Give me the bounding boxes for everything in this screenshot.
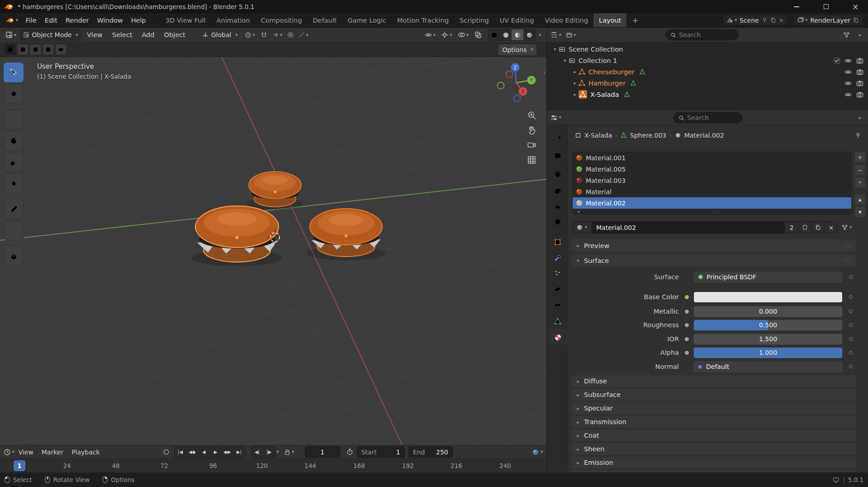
navigation-gizmo[interactable]: Z Y X bbox=[491, 58, 541, 108]
shading-rendered-button[interactable] bbox=[523, 29, 535, 40]
jump-to-end-icon[interactable]: ▶| bbox=[233, 447, 245, 458]
base-color-swatch[interactable] bbox=[693, 291, 843, 303]
blender-menu-icon[interactable]: ▾ bbox=[3, 18, 22, 23]
workspace-tab-default[interactable]: Default bbox=[307, 13, 342, 27]
ior-slider[interactable]: 1.500 bbox=[693, 334, 843, 345]
viewport-menu-select[interactable]: Select bbox=[108, 28, 137, 42]
tool-move[interactable] bbox=[4, 110, 24, 129]
outliner-row-cheeseburger[interactable]: ▸ Cheeseburger bbox=[547, 66, 868, 77]
xray-toggle-icon[interactable] bbox=[472, 31, 484, 38]
hamburger-object-back[interactable] bbox=[247, 172, 303, 210]
outliner-row-collection-1[interactable]: ▾ Collection 1 bbox=[547, 55, 868, 66]
previous-keyframe-icon[interactable]: ◀◆ bbox=[186, 447, 198, 458]
tab-tool-icon[interactable] bbox=[553, 135, 562, 144]
current-frame-field[interactable]: 1 bbox=[305, 446, 340, 458]
decorator-dot[interactable] bbox=[849, 295, 853, 299]
workspace-tab-animation[interactable]: Animation bbox=[211, 13, 256, 27]
value-socket-icon[interactable] bbox=[684, 309, 689, 314]
viewport-menu-add[interactable]: Add bbox=[138, 28, 158, 42]
metallic-slider[interactable]: 0.000 bbox=[693, 306, 843, 317]
select-mode-set-icon[interactable] bbox=[5, 44, 16, 55]
timeline-editor-icon[interactable]: ▾ bbox=[4, 449, 14, 456]
normal-input[interactable]: Default bbox=[693, 361, 843, 372]
tab-scene-icon[interactable] bbox=[553, 202, 562, 211]
timeline-menu-playback[interactable]: Playback bbox=[67, 445, 104, 458]
preview-range-icon[interactable] bbox=[346, 449, 353, 455]
fake-user-button[interactable] bbox=[798, 221, 811, 234]
alpha-slider[interactable]: 1.000 bbox=[693, 347, 843, 358]
hide-eye-icon[interactable] bbox=[844, 68, 852, 76]
gizmo-z-negative[interactable] bbox=[514, 95, 521, 102]
tool-select-box[interactable] bbox=[4, 62, 24, 82]
snap-magnet-icon[interactable] bbox=[258, 32, 270, 38]
editor-type-icon[interactable]: ▾ bbox=[4, 31, 18, 38]
disclosure-down-icon[interactable]: ▾ bbox=[561, 58, 569, 63]
properties-search-input[interactable] bbox=[687, 114, 737, 121]
render-layer-browse-icon[interactable]: ▾ bbox=[797, 17, 808, 24]
viewport-canvas[interactable]: User Perspective (1) Scene Collection | … bbox=[0, 57, 546, 445]
workspace-tab-game-logic[interactable]: Game Logic bbox=[342, 13, 392, 27]
render-layer-selector[interactable]: ▾ RenderLayer bbox=[794, 14, 863, 26]
zoom-icon[interactable] bbox=[527, 110, 536, 120]
tab-view-layer-icon[interactable] bbox=[553, 186, 562, 196]
disclosure-right-icon[interactable]: ▸ bbox=[571, 92, 579, 97]
new-scene-icon[interactable] bbox=[770, 17, 776, 23]
timeline-menu-marker[interactable]: Marker bbox=[38, 445, 67, 458]
breadcrumb-material[interactable]: Material.002 bbox=[684, 132, 724, 139]
panel-surface[interactable]: ▾ Surface :::: bbox=[571, 254, 856, 267]
select-mode-invert-icon[interactable] bbox=[43, 44, 54, 55]
show-gizmo-icon[interactable]: ▾ bbox=[439, 31, 454, 38]
shading-material-button[interactable] bbox=[512, 29, 523, 40]
auto-keying-icon[interactable] bbox=[163, 449, 170, 455]
jump-to-start-icon[interactable]: |◀ bbox=[175, 447, 186, 458]
disclosure-right-icon[interactable]: ▸ bbox=[571, 69, 579, 74]
workspace-tab-compositing[interactable]: Compositing bbox=[256, 13, 308, 27]
new-material-button[interactable] bbox=[811, 221, 825, 234]
tab-particles-icon[interactable] bbox=[553, 269, 562, 278]
scene-selector[interactable]: ▾ Scene × bbox=[723, 14, 787, 26]
tab-world-icon[interactable] bbox=[553, 217, 562, 226]
tool-rotate[interactable] bbox=[4, 131, 24, 151]
workspace-tab-video-editing[interactable]: Video Editing bbox=[539, 13, 593, 27]
next-keyframe-icon[interactable]: ◆▶ bbox=[222, 447, 233, 458]
options-dropdown[interactable]: Options▾ bbox=[498, 44, 536, 55]
material-slot-row[interactable]: Material.005 bbox=[573, 163, 851, 175]
workspace-tab-uv-editing[interactable]: UV Editing bbox=[494, 13, 540, 27]
minimize-button[interactable] bbox=[784, 0, 809, 13]
color-socket-icon[interactable] bbox=[684, 295, 689, 300]
menu-help[interactable]: Help bbox=[127, 13, 150, 27]
tab-object-icon[interactable] bbox=[553, 238, 562, 247]
decorator-dot[interactable] bbox=[849, 337, 853, 341]
timeline-menu-view[interactable]: View bbox=[14, 445, 38, 458]
disable-render-camera-icon[interactable] bbox=[856, 57, 863, 64]
hamburger-object-right[interactable] bbox=[306, 209, 386, 260]
add-workspace-button[interactable]: + bbox=[626, 13, 644, 27]
pivot-point-icon[interactable]: ▾ bbox=[242, 32, 257, 38]
filter-funnel-icon[interactable] bbox=[843, 32, 850, 38]
exclude-checkbox-icon[interactable] bbox=[834, 57, 840, 64]
panel-grip[interactable]: :::: bbox=[843, 258, 852, 263]
panel-grip[interactable]: :::: bbox=[843, 243, 852, 248]
tool-add-cube[interactable] bbox=[4, 246, 24, 266]
material-slot-row[interactable]: Material.001 bbox=[573, 152, 851, 163]
transform-orientation-dropdown[interactable]: Global ▾ bbox=[199, 29, 241, 41]
frame-start-field[interactable]: Start1 bbox=[357, 446, 405, 458]
disable-render-camera-icon[interactable] bbox=[856, 68, 863, 76]
decorator-dot[interactable] bbox=[849, 275, 853, 279]
disable-render-camera-icon[interactable] bbox=[856, 91, 863, 98]
select-mode-intersect-icon[interactable] bbox=[55, 44, 66, 55]
roughness-slider[interactable]: 0.500 bbox=[693, 320, 843, 331]
slot-specials-button[interactable]: ▾ bbox=[854, 177, 866, 188]
gizmo-y-negative[interactable] bbox=[498, 82, 504, 89]
lock-range-icon[interactable]: ▾ bbox=[284, 449, 294, 455]
playhead[interactable]: 1 bbox=[14, 460, 25, 471]
value-socket-icon[interactable] bbox=[684, 323, 689, 328]
panel-sheen[interactable]: ▸Sheen bbox=[571, 443, 856, 455]
maximize-button[interactable] bbox=[813, 0, 839, 13]
material-slot-row[interactable]: Material bbox=[573, 186, 851, 197]
breadcrumb-data[interactable]: Sphere.003 bbox=[630, 132, 667, 139]
viewport-menu-object[interactable]: Object bbox=[160, 28, 190, 42]
disable-render-camera-icon[interactable] bbox=[856, 80, 863, 87]
tool-transform[interactable] bbox=[4, 173, 24, 193]
proportional-editing-icon[interactable] bbox=[285, 32, 296, 38]
